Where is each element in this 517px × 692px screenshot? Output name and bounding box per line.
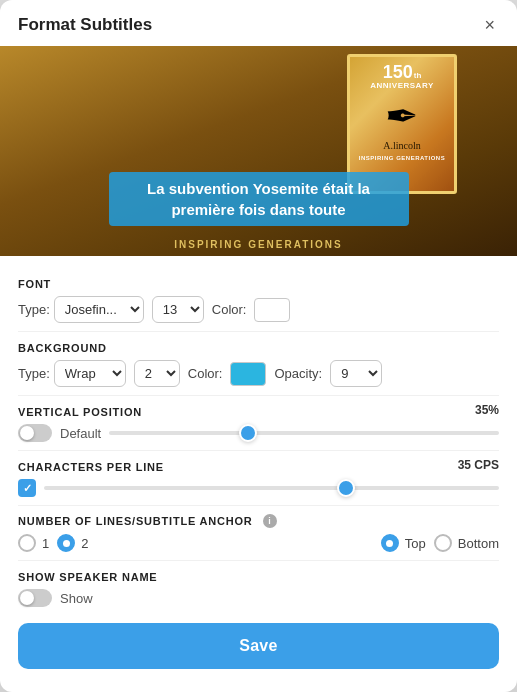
vposition-section-label: VERTICAL POSITION [18, 406, 142, 418]
font-type-label: Type: [18, 302, 50, 317]
speaker-section-label: SHOW SPEAKER NAME [18, 571, 499, 583]
vposition-default-label: Default [60, 426, 101, 441]
bg-size-select[interactable]: 2 1 3 [134, 360, 180, 387]
dialog-title: Format Subtitles [18, 15, 152, 35]
speaker-toggle[interactable] [18, 589, 52, 607]
vposition-slider-row: Default [18, 424, 499, 442]
numlines-label2: 2 [81, 536, 88, 551]
format-subtitles-dialog: Format Subtitles × 150 th Anniversary ✒ … [0, 0, 517, 692]
dialog-header: Format Subtitles × [0, 0, 517, 46]
anchor-bottom-label: Bottom [458, 536, 499, 551]
anchor-top-group: Top [381, 534, 426, 552]
cpl-slider-row: ✓ [18, 479, 499, 497]
vposition-slider[interactable] [109, 431, 499, 435]
vposition-header: VERTICAL POSITION 35% [18, 396, 499, 424]
font-color-picker[interactable] [254, 298, 290, 322]
info-icon[interactable]: i [263, 514, 277, 528]
numlines-radio2[interactable] [57, 534, 75, 552]
preview-area: 150 th Anniversary ✒ A.lincoln INSPIRING… [0, 46, 517, 256]
anchor-top-label: Top [405, 536, 426, 551]
numlines-option2-group: 2 [57, 534, 88, 552]
form-body: FONT Type: Josefin... Arial Helvetica 13… [0, 256, 517, 607]
numlines-options-row: 1 2 Top Bottom [18, 534, 499, 552]
font-size-select[interactable]: 13 10 14 16 [152, 296, 204, 323]
vposition-value: 35% [475, 403, 499, 417]
bg-type-group: Type: Wrap None Box [18, 360, 126, 387]
toggle-thumb [20, 426, 34, 440]
subtitle-line1: La subvention Yosemite était la [125, 178, 393, 199]
opacity-select[interactable]: 9 1 5 10 [330, 360, 382, 387]
inspiring-text: INSPIRING GENERATIONS [174, 239, 343, 250]
font-type-group: Type: Josefin... Arial Helvetica [18, 296, 144, 323]
stamp-signature: A.lincoln [383, 140, 421, 151]
subtitle-line2: première fois dans toute [125, 199, 393, 220]
anchor-radio-bottom[interactable] [434, 534, 452, 552]
font-section-label: FONT [18, 278, 499, 290]
anchor-bottom-group: Bottom [434, 534, 499, 552]
radio2-dot [63, 540, 70, 547]
bg-type-label: Type: [18, 366, 50, 381]
opacity-label: Opacity: [274, 366, 322, 381]
divider4 [18, 505, 499, 506]
anchor-radio-top[interactable] [381, 534, 399, 552]
numlines-label1: 1 [42, 536, 49, 551]
cpl-checkmark: ✓ [23, 483, 32, 494]
cpl-section-label: CHARACTERS PER LINE [18, 461, 164, 473]
speaker-toggle-thumb [20, 591, 34, 605]
toggle-track[interactable] [18, 424, 52, 442]
bg-section-label: BACKGROUND [18, 342, 499, 354]
stamp-anniversary: Anniversary [370, 81, 433, 90]
divider5 [18, 560, 499, 561]
cpl-header: CHARACTERS PER LINE 35 CPS [18, 451, 499, 479]
speaker-toggle-track[interactable] [18, 589, 52, 607]
numlines-option1-group: 1 [18, 534, 49, 552]
font-type-select[interactable]: Josefin... Arial Helvetica [54, 296, 144, 323]
stamp-feather-icon: ✒ [385, 96, 419, 136]
speaker-show-label: Show [60, 591, 93, 606]
stamp-number: 150 [383, 63, 413, 81]
cpl-slider[interactable] [44, 486, 499, 490]
numlines-radio1[interactable] [18, 534, 36, 552]
radio-top-dot [386, 540, 393, 547]
numlines-row: NUMBER OF LINES/SUBTITLE ANCHOR i [18, 514, 499, 528]
vposition-default-toggle[interactable] [18, 424, 52, 442]
bg-row: Type: Wrap None Box 2 1 3 Color: Opacity… [18, 360, 499, 387]
close-button[interactable]: × [480, 14, 499, 36]
cpl-checkbox[interactable]: ✓ [18, 479, 36, 497]
bg-color-label: Color: [188, 366, 223, 381]
font-row: Type: Josefin... Arial Helvetica 13 10 1… [18, 296, 499, 323]
stamp-bottom-text: INSPIRING GENERATIONS [359, 155, 445, 161]
bg-color-picker[interactable] [230, 362, 266, 386]
subtitle-overlay: La subvention Yosemite était la première… [109, 172, 409, 226]
numlines-section-label: NUMBER OF LINES/SUBTITLE ANCHOR [18, 515, 253, 527]
speaker-row: Show [18, 589, 499, 607]
stamp-superscript: th [414, 71, 422, 80]
bg-type-select[interactable]: Wrap None Box [54, 360, 126, 387]
divider1 [18, 331, 499, 332]
save-button[interactable]: Save [18, 623, 499, 669]
cpl-value: 35 CPS [458, 458, 499, 472]
font-color-label: Color: [212, 302, 247, 317]
